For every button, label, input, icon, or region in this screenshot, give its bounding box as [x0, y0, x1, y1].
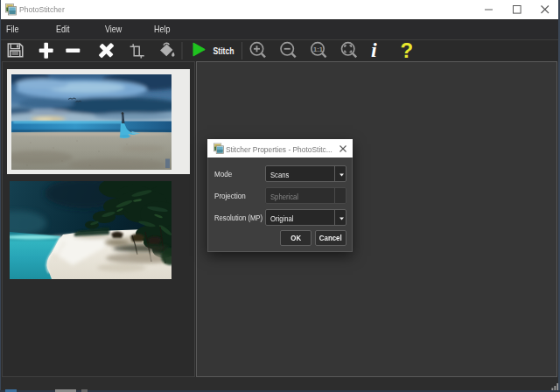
- svg-text:Stitch: Stitch: [214, 46, 234, 56]
- svg-text:i: i: [371, 39, 377, 61]
- svg-text:?: ?: [401, 39, 414, 61]
- svg-text:1:1: 1:1: [313, 46, 323, 53]
